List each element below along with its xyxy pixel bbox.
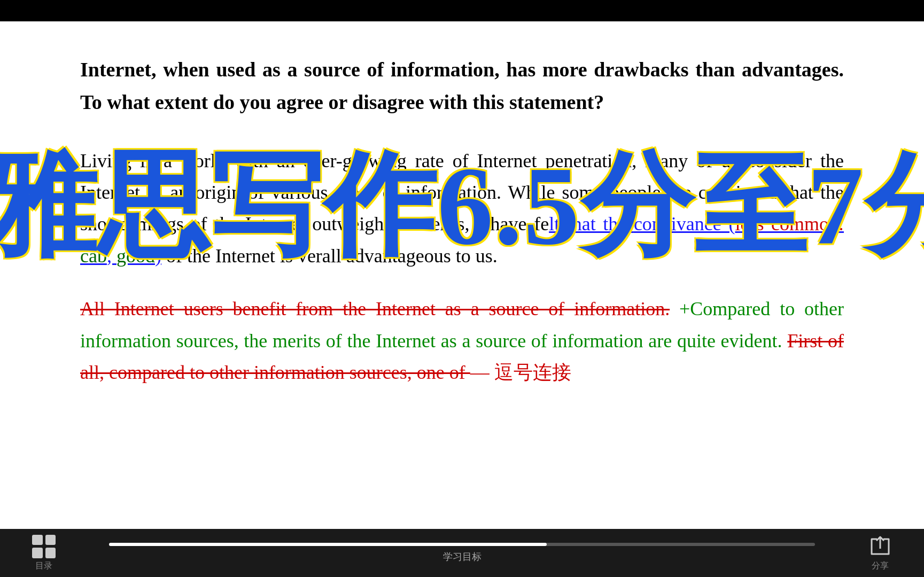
word-option-cab: cab xyxy=(80,245,107,267)
grammar-note: — 逗号连接 xyxy=(470,362,571,383)
strikethrough-sentence: All Internet users benefit from the Inte… xyxy=(80,298,670,319)
word-option-good: good xyxy=(117,245,155,267)
less-common-note: less common xyxy=(735,213,838,235)
share-label: 分享 xyxy=(872,560,889,572)
progress-label: 学习目标 xyxy=(443,550,482,563)
grid-icon xyxy=(32,535,56,558)
progress-fill xyxy=(109,543,547,546)
bottom-bar: 目录 学习目标 分享 xyxy=(0,529,924,577)
grid-cell-3 xyxy=(32,548,43,558)
grid-cell-2 xyxy=(45,535,56,545)
grid-cell-1 xyxy=(32,535,43,545)
prompt-text: Internet, when used as a source of infor… xyxy=(80,58,844,113)
highlight-convivance: lt that the convivance (less common: cab… xyxy=(80,213,844,266)
bottom-nav-toc[interactable]: 目录 xyxy=(32,535,56,572)
essay-prompt: Internet, when used as a source of infor… xyxy=(80,53,844,119)
top-bar xyxy=(0,0,924,21)
progress-track xyxy=(109,543,815,546)
share-icon xyxy=(868,535,892,558)
bottom-nav-share[interactable]: 分享 xyxy=(868,535,892,572)
content-area: Internet, when used as a source of infor… xyxy=(0,21,924,529)
progress-container: 学习目标 xyxy=(109,543,815,563)
corrected-paragraph: All Internet users benefit from the Inte… xyxy=(80,293,844,388)
paragraph-1: Living in a world with an ever-growing r… xyxy=(80,145,844,272)
toc-label: 目录 xyxy=(35,560,52,572)
grid-cell-4 xyxy=(45,548,56,558)
